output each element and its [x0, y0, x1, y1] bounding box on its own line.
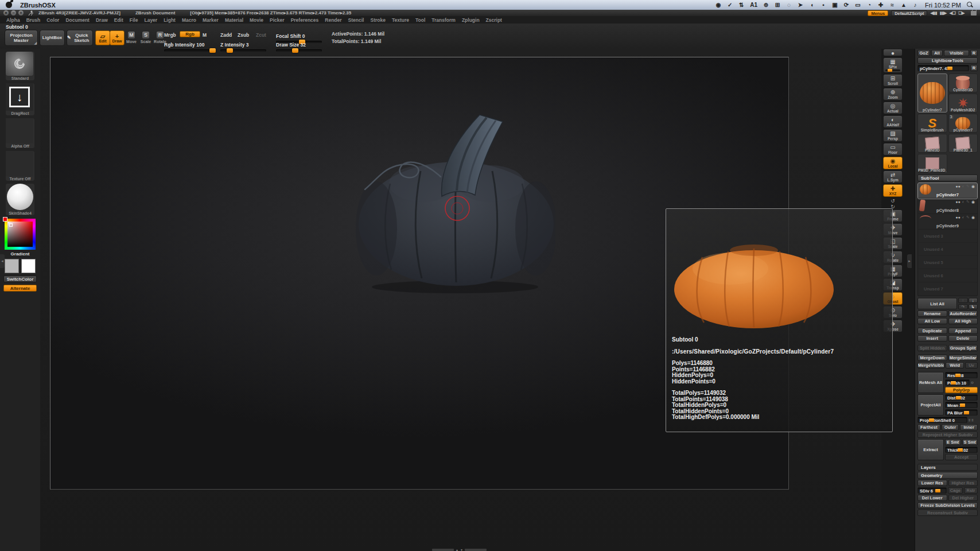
projectionshell-handle[interactable]	[929, 418, 934, 422]
pa-blur-slider[interactable]: PA Blur 10	[945, 409, 978, 416]
rgb-button[interactable]: Rgb	[180, 31, 200, 37]
sdiv-slider[interactable]: SDiv 6	[917, 487, 947, 494]
color-picker[interactable]	[5, 219, 36, 250]
current-brush-button[interactable]: Standard	[6, 52, 34, 80]
brush-toggle-icon[interactable]: ✎	[966, 184, 970, 189]
zcut-button[interactable]: Zcut	[256, 32, 266, 38]
material-button[interactable]: SkinShade4	[6, 184, 34, 215]
append-button[interactable]: Append	[948, 328, 978, 334]
subtool-row-pcylinder8[interactable]: ●● ◐ ✎ ◉ pCylinder8	[918, 199, 977, 214]
menu-preferences[interactable]: Preferences	[291, 17, 319, 23]
lock-mini-icon[interactable]: ▪	[820, 2, 826, 8]
insert-button[interactable]: Insert	[917, 335, 947, 342]
menu-stroke[interactable]: Stroke	[370, 17, 385, 23]
menu-stencil[interactable]: Stencil	[348, 17, 364, 23]
tray-handle-bar[interactable]	[432, 549, 454, 551]
shelf-button-lsym[interactable]: ⇄ L.Sym	[883, 170, 903, 183]
reproject-higher-subdiv-button[interactable]: Reproject Higher Subdiv	[917, 432, 978, 438]
z-intensity-slider[interactable]: Z Intensity 3	[220, 38, 266, 52]
mergesimilar-button[interactable]: MergeSimilar	[948, 355, 978, 361]
volume-icon[interactable]: ♪	[912, 2, 918, 8]
thick-slider[interactable]: Thick 0.02	[945, 447, 978, 453]
rename-button[interactable]: Rename	[917, 311, 947, 317]
subtool-section-header[interactable]: SubTool	[917, 174, 978, 181]
window-zoom-button[interactable]: +	[18, 10, 24, 15]
higher-res-button[interactable]: Higher Res	[948, 480, 978, 486]
stroke-type-button[interactable]: ↓ DragRect	[6, 83, 34, 115]
menu-marker[interactable]: Marker	[203, 17, 219, 23]
menu-zplugin[interactable]: Zplugin	[462, 17, 480, 23]
m-button[interactable]: M	[203, 32, 207, 38]
app-a1-icon[interactable]: A1	[750, 2, 757, 8]
polish-slider-handle[interactable]	[951, 381, 956, 385]
halftone-icon[interactable]: ◐	[962, 215, 965, 220]
menu-zscript[interactable]: Zscript	[486, 17, 502, 23]
camera-icon[interactable]: ◉	[715, 2, 721, 8]
globe-icon[interactable]: ⊚	[763, 2, 769, 8]
tray-up-icon[interactable]: ▲	[456, 549, 458, 551]
menu-movie[interactable]: Movie	[250, 17, 263, 23]
lower-res-button[interactable]: Lower Res	[917, 480, 947, 486]
accept-button[interactable]: Accept	[945, 454, 978, 460]
shelf-button-scroll[interactable]: ⊞ Scroll	[883, 74, 903, 87]
duplicate-button[interactable]: Duplicate	[917, 328, 947, 334]
shelf-button-zoom[interactable]: ⊕ Zoom	[883, 88, 903, 100]
brush-toggle-icon[interactable]: ✎	[966, 200, 970, 204]
shelf-button-persp[interactable]: ▨ Persp	[883, 129, 903, 142]
subtool-down-button[interactable]: ↓	[969, 298, 978, 303]
menu-alpha[interactable]: Alpha	[6, 17, 20, 23]
tool-thumbnail-cylinder3d[interactable]: Cylinder3D	[948, 73, 978, 92]
goz-all-button[interactable]: All	[931, 50, 943, 56]
layers-section-header[interactable]: Layers	[917, 464, 978, 471]
polypaint-icon[interactable]: ●●	[955, 184, 960, 189]
rgb-intensity-slider[interactable]: Rgb Intensity 100	[164, 38, 216, 52]
tool-thumbnail-polymesh3d2[interactable]: ✷ PolyMesh3D2	[948, 94, 978, 112]
farthest-button[interactable]: Farthest	[917, 424, 940, 430]
brush-toggle-icon[interactable]: ✎	[966, 215, 970, 220]
menu-layer[interactable]: Layer	[144, 17, 157, 23]
visibility-eye-icon[interactable]: ◉	[971, 184, 975, 189]
refresh-icon[interactable]: ⟳	[843, 2, 849, 8]
edit-mode-button[interactable]: ▱ Edit	[95, 30, 110, 45]
active-tool-slider-handle[interactable]	[947, 67, 952, 70]
menu-draw[interactable]: Draw	[96, 17, 108, 23]
gradient-label[interactable]: Gradient	[0, 251, 40, 257]
next-doc-icon[interactable]: ▮▮▶	[940, 11, 947, 15]
mergedown-button[interactable]: MergeDown	[917, 355, 947, 361]
all-high-button[interactable]: All High	[948, 318, 978, 324]
current-tool-thumbnail[interactable]: pCylinder7	[917, 73, 947, 112]
z-intensity-handle[interactable]	[227, 48, 233, 53]
shelf-button-bpr[interactable]: ● BPR	[883, 49, 903, 56]
del-lower-button[interactable]: Del Lower	[917, 495, 947, 501]
polypaint-icon[interactable]: ●●	[955, 200, 960, 204]
menu-macro[interactable]: Macro	[182, 17, 196, 23]
menu-render[interactable]: Render	[325, 17, 341, 23]
wifi-icon[interactable]: ≈	[889, 2, 895, 8]
sdiv-slider-handle[interactable]	[935, 489, 940, 492]
window-minimize-button[interactable]: −	[11, 10, 16, 15]
alternate-button[interactable]: Alternate	[3, 285, 37, 292]
tray-down-icon[interactable]: ▼	[460, 549, 463, 551]
search-icon[interactable]	[967, 2, 973, 8]
s-smt-button[interactable]: S Smt	[962, 439, 978, 445]
uv-button[interactable]: Uv	[965, 362, 978, 368]
default-zscript-button[interactable]: DefaultZScript	[891, 10, 927, 16]
subtool-row-unused[interactable]: Unused 3	[918, 230, 977, 243]
outer-button[interactable]: Outer	[942, 424, 959, 430]
goz-visible-button[interactable]: Visible	[944, 50, 969, 56]
e-smt-button[interactable]: E Smt	[945, 439, 961, 445]
menu-picker[interactable]: Picker	[270, 17, 285, 23]
subtool-row-unused[interactable]: Unused 7	[918, 282, 977, 296]
projection-master-button[interactable]: Projection Master ◢	[5, 30, 38, 46]
lightbox-tools-button[interactable]: Lightbox▸Tools	[917, 57, 978, 64]
res-slider[interactable]: Res 128	[945, 372, 978, 378]
polypaint-icon[interactable]: ●●	[955, 215, 960, 220]
color-cursor[interactable]	[9, 223, 13, 227]
subtool-row-unused[interactable]: Unused 5	[918, 256, 977, 269]
subtool-up-button[interactable]: ↑	[958, 298, 968, 303]
tool-thumbnail-pm3d-plane3d-1[interactable]: PM3D_Plane3D_1	[917, 154, 947, 173]
menu-file[interactable]: File	[130, 17, 138, 23]
sync-arrows-icon[interactable]: ⇅	[738, 2, 744, 8]
visibility-eye-icon[interactable]: ◉	[971, 200, 975, 204]
all-low-button[interactable]: All Low	[917, 318, 947, 324]
